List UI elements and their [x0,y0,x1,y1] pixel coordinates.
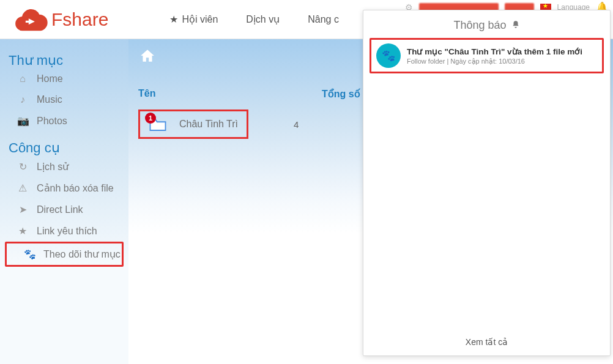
nav-member[interactable]: ★ Hội viên [169,13,218,25]
sidebar-item-music[interactable]: ♪ Music [0,89,128,110]
sidebar-item-follow-folder[interactable]: 🐾 Theo dõi thư mục [5,242,124,267]
nav-upgrade[interactable]: Nâng c [308,13,339,25]
music-icon: ♪ [17,94,28,105]
star-icon: ★ [17,225,28,237]
history-icon: ↻ [17,161,28,173]
sidebar-item-history[interactable]: ↻ Lịch sử [0,156,128,177]
camera-icon: 📷 [17,115,28,127]
paw-icon: 🐾 [376,43,401,68]
sidebar-fav-label: Link yêu thích [37,226,97,237]
logo[interactable]: Fshare [15,7,108,32]
folder-name: Châu Tinh Trì [179,119,238,130]
folder-icon: 1 [149,116,167,132]
sidebar-photos-label: Photos [37,116,67,127]
notification-header: Thông báo [363,10,610,38]
notification-panel: Thông báo 🐾 Thư mục "Châu Tinh Trì" vừa … [363,10,611,356]
notification-view-all[interactable]: Xem tất cả [363,329,610,355]
section-tools-title: Công cụ [0,140,128,156]
sidebar-music-label: Music [37,94,62,105]
notification-header-label: Thông báo [453,19,506,32]
folder-item-highlight: 1 Châu Tinh Trì [138,110,248,139]
cloud-arrow-icon [15,7,48,32]
notification-item[interactable]: 🐾 Thư mục "Châu Tinh Trì" vừa thêm 1 fil… [370,38,604,73]
nav-service-label: Dịch vụ [246,13,280,25]
paw-icon: 🐾 [24,248,35,260]
brand-text: Fshare [51,9,108,30]
send-icon: ➤ [17,204,28,215]
home-icon [139,48,155,67]
sidebar-delete-label: Cảnh báo xóa file [37,182,114,194]
nav-service[interactable]: Dịch vụ [246,13,280,25]
sidebar-follow-label: Theo dõi thư mục [43,248,121,260]
star-icon: ★ [169,13,178,25]
warning-icon: ⚠ [17,182,28,194]
sidebar: Thư mục ⌂ Home ♪ Music 📷 Photos Công cụ … [0,39,128,364]
notification-subtitle: Follow folder | Ngày cập nhật: 10/03/16 [407,58,582,65]
sidebar-item-fav-link[interactable]: ★ Link yêu thích [0,220,128,242]
home-icon: ⌂ [17,73,28,84]
section-folders-title: Thư mục [0,53,128,69]
nav-upgrade-label: Nâng c [308,14,339,25]
sidebar-home-label: Home [37,73,63,84]
sidebar-item-direct-link[interactable]: ➤ Direct Link [0,199,128,220]
col-name-header[interactable]: Tên [138,88,322,100]
bell-icon [511,20,520,31]
sidebar-history-label: Lịch sử [37,161,69,173]
main-nav: ★ Hội viên Dịch vụ Nâng c [169,13,339,25]
sidebar-direct-label: Direct Link [37,204,83,215]
folder-badge: 1 [145,113,156,124]
nav-member-label: Hội viên [182,13,218,25]
sidebar-item-delete-warning[interactable]: ⚠ Cảnh báo xóa file [0,177,128,199]
notification-title: Thư mục "Châu Tinh Trì" vừa thêm 1 file … [407,46,582,56]
sidebar-item-home[interactable]: ⌂ Home [0,69,128,89]
sidebar-item-photos[interactable]: 📷 Photos [0,110,128,132]
folder-total: 4 [294,119,299,130]
